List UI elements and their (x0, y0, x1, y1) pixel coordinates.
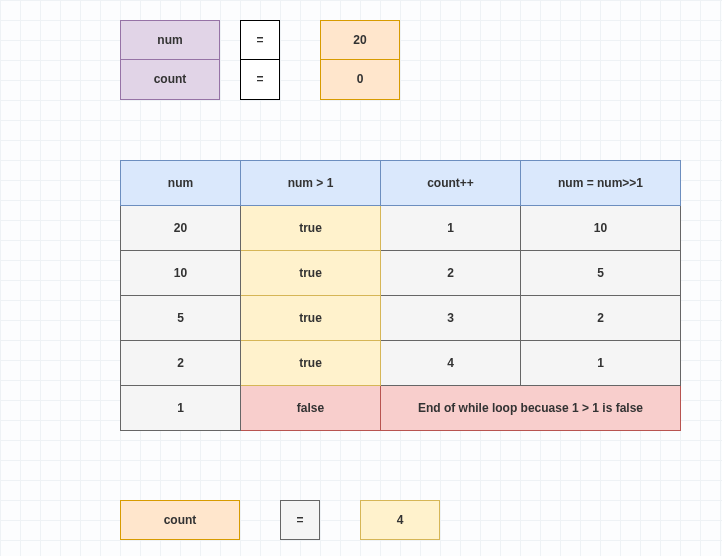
trace-row: 2 true 4 1 (121, 341, 681, 386)
cell-count: 3 (381, 296, 521, 341)
th-num: num (121, 161, 241, 206)
cell-next: 2 (521, 296, 681, 341)
init-count-eq: = (240, 59, 280, 100)
cell-next: 5 (521, 251, 681, 296)
cell-next: 1 (521, 341, 681, 386)
th-cond: num > 1 (241, 161, 381, 206)
cell-cond: false (241, 386, 381, 431)
th-next: num = num>>1 (521, 161, 681, 206)
init-count-value: 0 (320, 59, 400, 100)
cell-count: 4 (381, 341, 521, 386)
cell-cond: true (241, 251, 381, 296)
cell-count: 1 (381, 206, 521, 251)
trace-table: num num > 1 count++ num = num>>1 20 true… (120, 160, 681, 431)
th-count: count++ (381, 161, 521, 206)
trace-header-row: num num > 1 count++ num = num>>1 (121, 161, 681, 206)
cell-next: 10 (521, 206, 681, 251)
init-num-value: 20 (320, 20, 400, 60)
trace-row: 5 true 3 2 (121, 296, 681, 341)
cell-cond: true (241, 206, 381, 251)
cell-end-msg: End of while loop becuase 1 > 1 is false (381, 386, 681, 431)
cell-cond: true (241, 341, 381, 386)
cell-cond: true (241, 296, 381, 341)
cell-num: 1 (121, 386, 241, 431)
trace-row-final: 1 false End of while loop becuase 1 > 1 … (121, 386, 681, 431)
cell-num: 20 (121, 206, 241, 251)
cell-count: 2 (381, 251, 521, 296)
result-eq: = (280, 500, 320, 540)
result-value: 4 (360, 500, 440, 540)
init-num-eq: = (240, 20, 280, 60)
result-label: count (120, 500, 240, 540)
cell-num: 10 (121, 251, 241, 296)
trace-row: 20 true 1 10 (121, 206, 681, 251)
init-count-label: count (120, 59, 220, 100)
init-num-label: num (120, 20, 220, 60)
trace-row: 10 true 2 5 (121, 251, 681, 296)
cell-num: 5 (121, 296, 241, 341)
cell-num: 2 (121, 341, 241, 386)
